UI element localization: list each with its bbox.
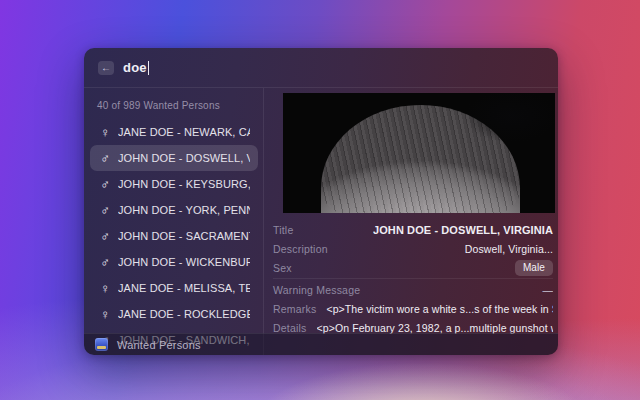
field-label: Description bbox=[273, 243, 328, 255]
metadata-row-description: Description Doswell, Virginia... bbox=[273, 239, 553, 258]
results-list: ♀ JANE DOE - NEWARK, CALIFOR... ♂ JOHN D… bbox=[84, 119, 263, 353]
metadata-row-warning: Warning Message — bbox=[273, 280, 553, 299]
list-item[interactable]: ♀ JANE DOE - MELISSA, TEXAS bbox=[90, 275, 258, 301]
field-value: <p>On February 23, 1982, a p...multiple … bbox=[317, 322, 554, 334]
results-count-header: 40 of 989 Wanted Persons bbox=[84, 94, 263, 119]
field-label: Warning Message bbox=[273, 284, 360, 296]
field-label: Details bbox=[273, 322, 307, 334]
back-arrow-icon: ← bbox=[101, 63, 111, 73]
search-input[interactable]: doe bbox=[123, 60, 544, 75]
list-item-label: JOHN DOE - YORK, PENNSYLV... bbox=[118, 204, 250, 216]
app-name-label: Wanted Persons bbox=[117, 339, 201, 351]
male-gender-icon: ♂ bbox=[98, 255, 112, 270]
metadata-row-remarks: Remarks <p>The victim wore a white s...s… bbox=[273, 299, 553, 318]
field-value: JOHN DOE - DOSWELL, VIRGINIA bbox=[373, 224, 553, 236]
back-button[interactable]: ← bbox=[98, 61, 114, 75]
female-gender-icon: ♀ bbox=[98, 125, 112, 140]
main-content: 40 of 989 Wanted Persons ♀ JANE DOE - NE… bbox=[84, 88, 558, 355]
field-value: Doswell, Virginia... bbox=[465, 243, 553, 255]
field-label: Title bbox=[273, 224, 293, 236]
male-gender-icon: ♂ bbox=[98, 177, 112, 192]
status-bar: Wanted Persons bbox=[84, 333, 558, 355]
list-item-label: JANE DOE - MELISSA, TEXAS bbox=[118, 282, 250, 294]
male-gender-icon: ♂ bbox=[98, 229, 112, 244]
male-gender-icon: ♂ bbox=[98, 151, 112, 166]
field-value: <p>The victim wore a white s...s of the … bbox=[326, 303, 553, 315]
list-item-label: JOHN DOE - WICKENBURG, ARI... bbox=[118, 256, 250, 268]
list-item-label: JOHN DOE - SACRAMENTO, CA... bbox=[118, 230, 250, 242]
list-item[interactable]: ♂ JOHN DOE - KEYSBURG, KENT... bbox=[90, 171, 258, 197]
results-panel: 40 of 989 Wanted Persons ♀ JANE DOE - NE… bbox=[84, 88, 264, 355]
mugshot-photo bbox=[283, 93, 555, 213]
list-item[interactable]: ♂ JOHN DOE - SACRAMENTO, CA... bbox=[90, 223, 258, 249]
field-value: Male bbox=[515, 260, 553, 276]
list-item[interactable]: ♂ JOHN DOE - WICKENBURG, ARI... bbox=[90, 249, 258, 275]
list-item-label: JOHN DOE - KEYSBURG, KENT... bbox=[118, 178, 250, 190]
metadata-row-sex: Sex Male bbox=[273, 258, 553, 277]
search-query-text: doe bbox=[123, 60, 147, 75]
metadata-list: Title JOHN DOE - DOSWELL, VIRGINIA Descr… bbox=[273, 220, 553, 337]
female-gender-icon: ♀ bbox=[98, 307, 112, 322]
male-gender-icon: ♂ bbox=[98, 203, 112, 218]
field-value: — bbox=[542, 284, 553, 296]
search-bar: ← doe bbox=[84, 48, 558, 88]
female-gender-icon: ♀ bbox=[98, 281, 112, 296]
detail-panel: Title JOHN DOE - DOSWELL, VIRGINIA Descr… bbox=[264, 88, 558, 355]
list-item-label: JANE DOE - ROCKLEDGE, FLOR... bbox=[118, 308, 250, 320]
text-cursor bbox=[148, 61, 150, 75]
metadata-separator bbox=[273, 278, 553, 279]
photo-shadow bbox=[446, 93, 555, 153]
field-label: Sex bbox=[273, 262, 292, 274]
list-item-label: JOHN DOE - DOSWELL, VIRGINIA bbox=[118, 152, 250, 164]
list-item-selected[interactable]: ♂ JOHN DOE - DOSWELL, VIRGINIA bbox=[90, 145, 258, 171]
sex-badge: Male bbox=[515, 260, 553, 276]
list-item[interactable]: ♀ JANE DOE - NEWARK, CALIFOR... bbox=[90, 119, 258, 145]
list-item[interactable]: ♀ JANE DOE - ROCKLEDGE, FLOR... bbox=[90, 301, 258, 327]
list-item-label: JANE DOE - NEWARK, CALIFOR... bbox=[118, 126, 250, 138]
desktop-background: { "search": { "value": "doe", "back_icon… bbox=[0, 0, 640, 400]
field-label: Remarks bbox=[273, 303, 316, 315]
list-item[interactable]: ♂ JOHN DOE - YORK, PENNSYLV... bbox=[90, 197, 258, 223]
wanted-persons-app-icon bbox=[95, 338, 108, 351]
launcher-window: ← doe 40 of 989 Wanted Persons ♀ JANE DO… bbox=[84, 48, 558, 355]
metadata-row-title: Title JOHN DOE - DOSWELL, VIRGINIA bbox=[273, 220, 553, 239]
